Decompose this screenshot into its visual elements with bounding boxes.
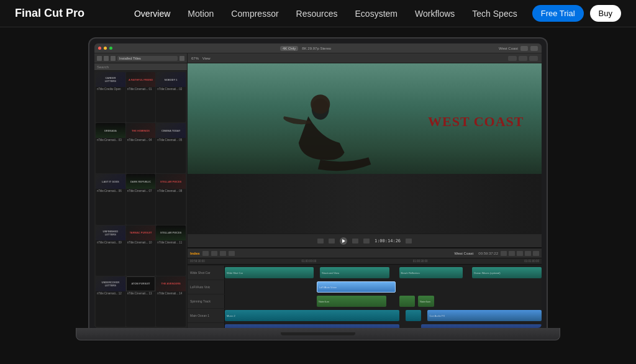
fcp-track-content-4[interactable]: Music 2 Cue Audio FX: [225, 309, 542, 322]
list-item[interactable]: THE HOMINIDS nTitle:Cinemati... 04: [126, 123, 156, 173]
fcp-browser-toolbar: Installed Titles: [94, 53, 187, 63]
fcp-video-canvas: WEST COAST: [188, 63, 542, 234]
timeline-clip[interactable]: Naterlium: [418, 296, 434, 307]
fcp-tl-icon-4[interactable]: [525, 251, 531, 256]
fcp-play-back-btn[interactable]: [329, 239, 335, 243]
timeline-clip[interactable]: Beach Reflection: [399, 267, 463, 278]
table-row: Main Ocean 1 Music 2 Cue Audio FX: [188, 309, 542, 322]
fcp-tl-icon-5[interactable]: [533, 251, 539, 256]
buy-button[interactable]: Buy: [590, 5, 621, 22]
list-item[interactable]: UNFINISHED LETTERS nTitle:Cinemati... 09: [96, 225, 125, 276]
nav-link-resources[interactable]: Resources: [296, 9, 338, 19]
list-item[interactable]: GRENADA nTitle:Cinemati... 03: [96, 123, 125, 173]
window-zoom-dot[interactable]: [109, 47, 112, 50]
fcp-viewer-btn-1[interactable]: [508, 56, 517, 61]
fcp-tl-icon-2[interactable]: [509, 251, 515, 256]
nav-link-workflows[interactable]: Workflows: [415, 9, 455, 19]
window-minimize-dot[interactable]: [104, 47, 107, 50]
nav-item-techspecs[interactable]: Tech Specs: [472, 8, 517, 19]
laptop-screen-bezel: 4K Only 8K 29.97p Stereo West Coast: [88, 37, 548, 328]
table-row: LoFi/Auto Voic LoFi/Auto Voice: [188, 280, 542, 294]
nav-link-motion[interactable]: Motion: [188, 9, 214, 19]
timeline-clip[interactable]: Wide Shot Car: [225, 267, 314, 278]
nav-item-overview[interactable]: Overview: [134, 8, 170, 19]
fcp-tl-add-btn[interactable]: [229, 251, 235, 256]
list-item[interactable]: STELLAR PIECES nTitle:Cinemati... 08: [156, 174, 186, 224]
list-item[interactable]: CAREERLETTERS nTitle:Credits Open: [96, 72, 125, 122]
nav-item-compressor[interactable]: Compressor: [231, 8, 278, 19]
list-item[interactable]: THE AVENGERS nTitle:Cinemati... 14: [156, 276, 186, 327]
fcp-volume-btn[interactable]: [406, 239, 412, 243]
list-item[interactable]: DARK REPUBLIC nTitle:Cinemati... 07: [126, 174, 156, 224]
svg-point-1: [311, 95, 330, 114]
timeline-clip[interactable]: Ocean Waves (optional): [472, 267, 542, 278]
timeline-clip[interactable]: Music 2: [225, 310, 399, 321]
timeline-clip[interactable]: Cue Audio FX: [421, 324, 542, 328]
list-item[interactable]: CINEMA TODAY nTitle:Cinemati... 05: [156, 123, 186, 173]
fcp-timeline-toolbar: Index West Coast 00:59:37:22: [188, 248, 542, 258]
window-close-dot[interactable]: [98, 47, 101, 50]
fcp-tl-toolbar-btn-1[interactable]: [202, 251, 209, 256]
nav-link-ecosystem[interactable]: Ecosystem: [355, 9, 398, 19]
app-logo: Final Cut Pro: [15, 7, 84, 20]
fcp-application: 4K Only 8K 29.97p Stereo West Coast: [94, 43, 542, 328]
fcp-tl-icon-3[interactable]: [517, 251, 523, 256]
fcp-play-button[interactable]: [340, 237, 347, 245]
fcp-topbar-center: 4K Only 8K 29.97p Stereo: [115, 46, 496, 51]
fcp-filter-pill[interactable]: 4K Only: [280, 46, 298, 51]
fcp-track-label-5: Cue Audio FX: [188, 323, 225, 328]
nav-item-ecosystem[interactable]: Ecosystem: [355, 8, 398, 19]
laptop-screen: 4K Only 8K 29.97p Stereo West Coast: [94, 43, 542, 328]
nav-link-techspecs[interactable]: Tech Specs: [472, 9, 517, 19]
laptop-hinge: [281, 332, 355, 335]
laptop-wrapper: 4K Only 8K 29.97p Stereo West Coast: [82, 37, 554, 354]
timeline-clip[interactable]: Naterlium: [317, 296, 386, 307]
fcp-tl-toolbar-btn-2[interactable]: [211, 251, 217, 256]
fcp-playback-controls: 1:00:14:26: [188, 234, 542, 247]
list-item[interactable]: NOBODY 1 nTitle:Cinemati... 02: [156, 72, 186, 122]
free-trial-button[interactable]: Free Trial: [532, 5, 584, 22]
fcp-viewer-topbar: 67% View: [188, 53, 542, 63]
fcp-layout-btn-2[interactable]: [530, 46, 538, 51]
fcp-track-content-1[interactable]: Wide Shot Car Structured View Beach Refl…: [225, 266, 542, 280]
fcp-tl-icon-1[interactable]: [501, 251, 507, 256]
fcp-track-content-3[interactable]: Naterlium Naterlium: [225, 294, 542, 308]
fcp-titles-grid: CAREERLETTERS nTitle:Credits Open A FAIT…: [94, 71, 187, 328]
table-row: Spinning Track Naterlium: [188, 294, 542, 308]
timeline-clip[interactable]: Cue Audio FX: [427, 310, 542, 321]
timeline-clip-selected[interactable]: LoFi/Auto Voice: [317, 281, 396, 293]
timeline-clip[interactable]: Clip Striving Art Grease: [225, 324, 399, 328]
fcp-fullscreen-btn[interactable]: [529, 56, 538, 61]
fcp-skip-back-btn[interactable]: [317, 239, 324, 243]
list-item[interactable]: TARMAC PURSUIT nTitle:Cinemati... 10: [126, 225, 156, 276]
nav-link-compressor[interactable]: Compressor: [231, 9, 278, 19]
timeline-clip[interactable]: [406, 310, 422, 321]
timeline-clip[interactable]: Structured View: [320, 267, 389, 278]
fcp-track-content-5[interactable]: Clip Striving Art Grease Cue Audio FX: [225, 323, 542, 328]
fcp-viewer-btn-2[interactable]: [519, 56, 527, 61]
nav-item-resources[interactable]: Resources: [296, 8, 338, 19]
fcp-browser-icon-4: [179, 56, 184, 61]
list-item[interactable]: UNDERCOVER LETTERS nTitle:Cinemati... 12: [96, 276, 125, 327]
fcp-skip-forward-btn[interactable]: [363, 239, 370, 243]
list-item[interactable]: LAST IT GOES nTitle:Cinemati... 06: [96, 174, 125, 224]
fcp-topbar: 4K Only 8K 29.97p Stereo West Coast: [94, 43, 542, 53]
fcp-clip-name: West Coast: [499, 47, 518, 50]
fcp-viewer-controls: [508, 56, 538, 61]
fcp-tl-toolbar-btn-3[interactable]: [220, 251, 226, 256]
fcp-play-forward-btn[interactable]: [352, 239, 358, 243]
fcp-timeline-tracks: Wide Shot Car Wide Shot Car Structured V…: [188, 265, 542, 328]
nav-item-workflows[interactable]: Workflows: [415, 8, 455, 19]
list-item[interactable]: STELLAR PIECES nTitle:Cinemati... 11: [156, 225, 186, 276]
timeline-clip[interactable]: [399, 296, 416, 307]
list-item[interactable]: ATOM PURSUIT nTitle:Cinemati... 13: [126, 276, 156, 327]
nav-link-overview[interactable]: Overview: [134, 9, 170, 19]
fcp-track-content-2[interactable]: LoFi/Auto Voice: [225, 280, 542, 294]
fcp-ruler-marks: 00:59:30:00 01:00:00:00 01:00:30:00 01:0…: [190, 260, 539, 263]
fcp-index-label[interactable]: Index: [190, 252, 200, 255]
fcp-installed-titles-filter[interactable]: Installed Titles: [117, 56, 178, 61]
video-title-text: WEST COAST: [428, 114, 524, 129]
nav-item-motion[interactable]: Motion: [188, 8, 214, 19]
list-item[interactable]: A FAITHFUL FRIEND nTitle:Cinemati... 01: [126, 72, 156, 122]
fcp-layout-btn-1[interactable]: [520, 46, 528, 51]
